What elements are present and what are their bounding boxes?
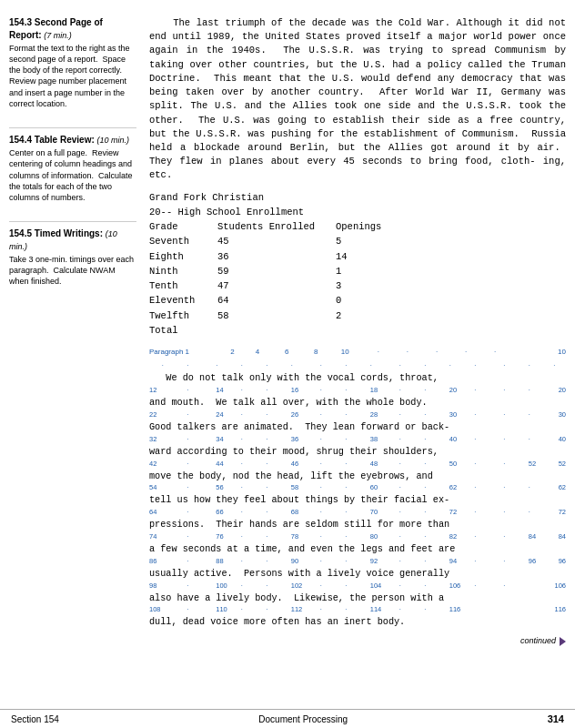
timed-line-ruler-3: 22·24··26··28··30···30 bbox=[149, 410, 566, 420]
col-header-grade: Grade bbox=[149, 219, 217, 234]
enrollment-table: Grand Fork Christian 20-- High School En… bbox=[149, 190, 566, 339]
timed-writing: Paragraph 1 2 4 6 8 10 · · · · · 10 bbox=[149, 347, 566, 647]
timed-line-ruler-11: 108·110··112··114··116116 bbox=[149, 605, 566, 615]
main-content: 154.3 Second Page of Report: (7 min.) Fo… bbox=[0, 0, 575, 709]
footer-title: Document Processing bbox=[258, 714, 348, 724]
continued-block: continued bbox=[149, 635, 566, 647]
section-154-3-time: (7 min.) bbox=[44, 31, 72, 40]
timed-line-ruler-9: 86·88··90··92··94··9696 bbox=[149, 557, 566, 567]
table-row-total: Total bbox=[149, 323, 566, 338]
section-154-4-time: (10 min.) bbox=[97, 136, 130, 145]
timed-line-ruler-8: 74·76··78··80··82··8484 bbox=[149, 532, 566, 542]
timed-line-ruler-10: 98·100··102··104··106··106 bbox=[149, 581, 566, 592]
section-154-4-heading: 154.4 Table Review: (10 min.) bbox=[9, 134, 136, 147]
para-label: Paragraph 1 bbox=[149, 347, 189, 358]
ruler-row-1: Paragraph 1 2 4 6 8 10 · · · · · 10 bbox=[149, 347, 566, 359]
timed-line-5: move the body, nod the head, lift the ey… bbox=[149, 470, 566, 484]
table-row: Eleventh 64 0 bbox=[149, 293, 566, 308]
col-header-students: Students Enrolled bbox=[217, 219, 336, 234]
table-subtitle: 20-- High School Enrollment bbox=[149, 205, 566, 219]
timed-line-1: We do not talk only with the vocal cords… bbox=[149, 371, 566, 386]
timed-line-4: ward according to their mood, shrug thei… bbox=[149, 445, 566, 460]
table-header-row: Grade Students Enrolled Openings bbox=[149, 219, 566, 234]
section-154-5: 154.5 Timed Writings: (10 min.) Take 3 o… bbox=[9, 228, 136, 287]
section-154-3-heading: 154.3 Second Page of Report: (7 min.) bbox=[9, 16, 136, 41]
timed-line-2: and mouth. We talk all over, with the wh… bbox=[149, 396, 566, 410]
timed-line-ruler-5: 42·44··46··48··50··5252 bbox=[149, 460, 566, 470]
timed-line-9: usually active. Persons with a lively vo… bbox=[149, 567, 566, 581]
section-154-4-instructions: Center on a full page. Review centering … bbox=[9, 147, 136, 203]
timed-line-ruler-4: 32·34··36··38··40···40 bbox=[149, 435, 566, 445]
timed-line-ruler-2: 12·14··16··18··20···20 bbox=[149, 386, 566, 396]
table-row: Ninth 59 1 bbox=[149, 264, 566, 278]
divider-1 bbox=[9, 127, 136, 128]
timed-line-11: dull, dead voice more often has an inert… bbox=[149, 615, 566, 630]
footer-section: Section 154 bbox=[11, 714, 59, 724]
section-154-4: 154.4 Table Review: (10 min.) Center on … bbox=[9, 134, 136, 203]
divider-2 bbox=[9, 221, 136, 222]
report-paragraph: The last triumph of the decade was the C… bbox=[149, 16, 566, 183]
col-header-openings: Openings bbox=[336, 219, 409, 234]
left-column: 154.3 Second Page of Report: (7 min.) Fo… bbox=[9, 16, 144, 700]
timed-line-ruler-6: 54·56··58··60··62···62 bbox=[149, 483, 566, 493]
right-column: The last triumph of the decade was the C… bbox=[144, 16, 566, 700]
timed-line-8: a few seconds at a time, and even the le… bbox=[149, 542, 566, 557]
section-154-5-instructions: Take 3 one-min. timings over each paragr… bbox=[9, 254, 136, 287]
timed-line-6: tell us how they feel about things by th… bbox=[149, 493, 566, 508]
page-footer: Section 154 Document Processing 314 bbox=[0, 709, 575, 728]
table-row: Eighth 36 14 bbox=[149, 249, 566, 264]
timed-line-3: Good talkers are animated. They lean for… bbox=[149, 420, 566, 435]
table-row: Twelfth 58 2 bbox=[149, 308, 566, 323]
footer-page-number: 314 bbox=[548, 713, 564, 724]
timed-para-container: ················ We do not talk only wit… bbox=[149, 361, 566, 630]
page: 154.3 Second Page of Report: (7 min.) Fo… bbox=[0, 0, 575, 728]
section-154-3: 154.3 Second Page of Report: (7 min.) Fo… bbox=[9, 16, 136, 109]
table-org: Grand Fork Christian bbox=[149, 190, 566, 205]
table-row: Seventh 45 5 bbox=[149, 234, 566, 248]
timed-line-7: pressions. Their hands are seldom still … bbox=[149, 518, 566, 532]
timed-line-ruler-7: 64·66··68··70··72···72 bbox=[149, 508, 566, 518]
table-row: Tenth 47 3 bbox=[149, 278, 566, 293]
continued-arrow-icon bbox=[560, 637, 566, 646]
timed-line-10: also have a lively body. Likewise, the p… bbox=[149, 592, 566, 606]
continued-text: continued bbox=[520, 635, 556, 647]
section-154-3-instructions: Format the text to the right as the seco… bbox=[9, 43, 136, 109]
timed-line-ruler: ················ bbox=[149, 361, 566, 371]
section-154-5-heading: 154.5 Timed Writings: (10 min.) bbox=[9, 228, 136, 252]
